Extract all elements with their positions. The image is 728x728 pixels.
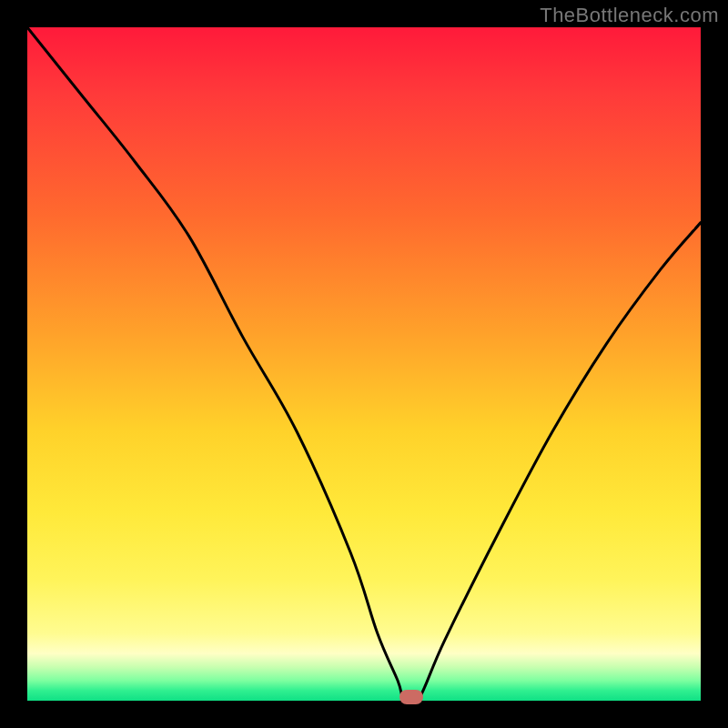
plot-area xyxy=(27,27,701,701)
optimal-marker xyxy=(399,690,423,704)
chart-frame: TheBottleneck.com xyxy=(0,0,728,728)
bottleneck-curve xyxy=(27,27,701,701)
watermark-text: TheBottleneck.com xyxy=(540,4,719,27)
